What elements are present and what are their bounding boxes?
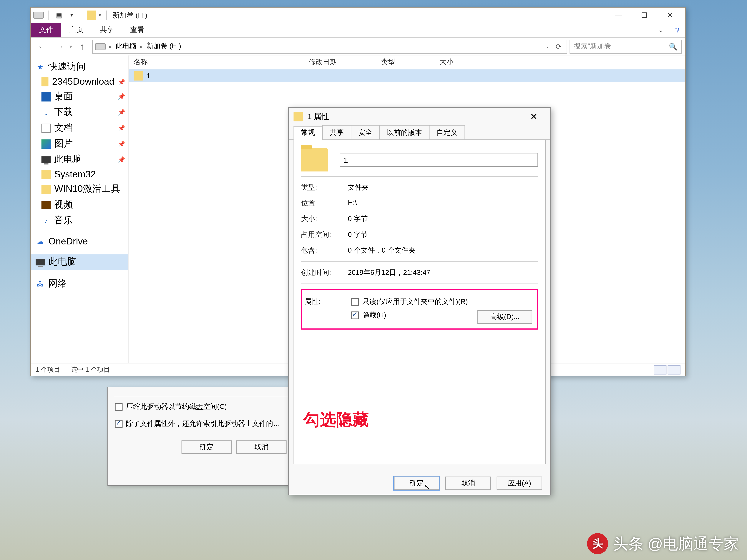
sidebar-network[interactable]: 🖧网络 bbox=[31, 276, 128, 292]
col-date[interactable]: 修改日期 bbox=[304, 57, 377, 67]
tab-share[interactable]: 共享 bbox=[322, 125, 352, 139]
nav-forward-button[interactable]: → bbox=[52, 39, 67, 54]
pin-icon: 📌 bbox=[118, 93, 125, 100]
disk-value: 0 字节 bbox=[348, 230, 367, 240]
hidden-label: 隐藏(H) bbox=[362, 310, 386, 320]
sidebar-item[interactable]: 文档📌 bbox=[31, 120, 128, 136]
search-input[interactable]: 搜索"新加卷... 🔍 bbox=[569, 39, 681, 54]
col-type[interactable]: 类型 bbox=[377, 57, 435, 67]
readonly-label: 只读(仅应用于文件夹中的文件)(R) bbox=[362, 297, 468, 307]
size-value: 0 字节 bbox=[348, 214, 367, 224]
dialog-title-bar[interactable]: 1 属性 ✕ bbox=[289, 108, 550, 126]
qat-props-icon[interactable]: ▤ bbox=[54, 10, 64, 21]
folder-icon bbox=[42, 185, 51, 194]
col-name[interactable]: 名称 bbox=[129, 57, 304, 67]
star-icon: ★ bbox=[35, 62, 45, 71]
close-button[interactable]: ✕ bbox=[657, 7, 683, 23]
drive-icon bbox=[95, 43, 106, 50]
refresh-icon[interactable]: ⟳ bbox=[553, 41, 564, 52]
sidebar-item[interactable]: WIN10激活工具 bbox=[31, 182, 128, 197]
tab-file[interactable]: 文件 bbox=[31, 23, 61, 37]
document-icon bbox=[42, 123, 51, 133]
file-row[interactable]: 1 bbox=[129, 70, 685, 82]
nav-up-button[interactable]: ↑ bbox=[75, 39, 90, 54]
index-label: 除了文件属性外，还允许索引此驱动器上文件的… bbox=[126, 419, 280, 429]
search-placeholder: 搜索"新加卷... bbox=[574, 42, 617, 52]
ribbon-expand-icon[interactable]: ⌄ bbox=[652, 23, 669, 37]
sidebar-onedrive[interactable]: ☁OneDrive bbox=[31, 235, 128, 248]
download-icon: ↓ bbox=[42, 108, 51, 117]
minimize-button[interactable]: — bbox=[606, 7, 632, 23]
tab-home[interactable]: 主页 bbox=[61, 23, 92, 37]
status-count: 1 个项目 bbox=[35, 365, 60, 374]
sidebar-this-pc[interactable]: 此电脑 bbox=[31, 254, 128, 270]
view-icons-button[interactable] bbox=[668, 365, 680, 374]
tab-previous-versions[interactable]: 以前的版本 bbox=[380, 125, 430, 139]
hidden-checkbox[interactable] bbox=[351, 312, 359, 319]
breadcrumb[interactable]: 此电脑 bbox=[115, 42, 136, 52]
sidebar-item[interactable]: 2345Download📌 bbox=[31, 75, 128, 89]
cursor-icon: ↖ bbox=[424, 482, 431, 491]
tab-custom[interactable]: 自定义 bbox=[429, 125, 465, 139]
sidebar-quick-access[interactable]: ★快速访问 bbox=[31, 59, 128, 75]
tab-general[interactable]: 常规 bbox=[293, 126, 323, 140]
location-value: H:\ bbox=[348, 198, 357, 208]
sidebar-item[interactable]: 图片📌 bbox=[31, 136, 128, 152]
music-icon: ♪ bbox=[42, 216, 51, 225]
watermark-text: 头条 @电脑通专家 bbox=[613, 534, 739, 554]
created-value: 2019年6月12日，21:43:47 bbox=[348, 268, 430, 278]
pin-icon: 📌 bbox=[118, 140, 125, 147]
ok-button[interactable]: 确定 ↖ bbox=[394, 477, 439, 490]
tab-security[interactable]: 安全 bbox=[351, 125, 380, 139]
watermark: 头 头条 @电脑通专家 bbox=[587, 533, 739, 554]
apply-button[interactable]: 应用(A) bbox=[497, 477, 542, 490]
breadcrumb[interactable]: 新加卷 (H:) bbox=[147, 42, 181, 52]
address-dropdown-icon[interactable]: ⌄ bbox=[541, 41, 553, 52]
readonly-checkbox[interactable] bbox=[351, 298, 359, 306]
tab-view[interactable]: 查看 bbox=[122, 23, 152, 37]
sidebar-item[interactable]: System32 bbox=[31, 167, 128, 182]
properties-dialog: 1 属性 ✕ 常规 共享 安全 以前的版本 自定义 类型:文件夹 位置:H:\ … bbox=[288, 107, 551, 496]
desktop-icon bbox=[42, 92, 51, 101]
sidebar-item[interactable]: 桌面📌 bbox=[31, 89, 128, 104]
col-size[interactable]: 大小 bbox=[435, 57, 493, 67]
help-icon[interactable]: ? bbox=[669, 23, 685, 37]
title-bar[interactable]: ▤ ▾ ▾ 新加卷 (H:) — ☐ ✕ bbox=[31, 7, 685, 23]
ok-button[interactable]: 确定 bbox=[182, 441, 232, 454]
annotation-text: 勾选隐藏 bbox=[304, 409, 369, 431]
created-label: 创建时间: bbox=[301, 268, 348, 278]
folder-icon bbox=[42, 170, 51, 179]
tab-share[interactable]: 共享 bbox=[92, 23, 122, 37]
address-bar[interactable]: ▸ 此电脑 ▸ 新加卷 (H:) ⌄ ⟳ bbox=[92, 39, 567, 54]
maximize-button[interactable]: ☐ bbox=[632, 7, 657, 23]
dialog-title: 1 属性 bbox=[308, 111, 329, 122]
sidebar-item[interactable]: ↓下载📌 bbox=[31, 104, 128, 120]
toutiao-logo-icon: 头 bbox=[587, 533, 608, 554]
qat-down-icon[interactable]: ▾ bbox=[67, 10, 77, 21]
nav-sidebar: ★快速访问 2345Download📌 桌面📌 ↓下载📌 文档📌 图片📌 此电脑… bbox=[31, 55, 129, 363]
pin-icon: 📌 bbox=[118, 156, 125, 163]
type-label: 类型: bbox=[301, 183, 348, 193]
advanced-button[interactable]: 高级(D)... bbox=[478, 310, 532, 324]
picture-icon bbox=[42, 139, 51, 148]
compress-label: 压缩此驱动器以节约磁盘空间(C) bbox=[126, 402, 227, 412]
cancel-button[interactable]: 取消 bbox=[445, 477, 491, 490]
location-label: 位置: bbox=[301, 198, 348, 208]
compress-checkbox[interactable] bbox=[115, 403, 123, 411]
view-details-button[interactable] bbox=[654, 365, 666, 374]
column-headers[interactable]: 名称 修改日期 类型 大小 bbox=[129, 55, 685, 70]
drive-properties-dialog: 压缩此驱动器以节约磁盘空间(C) 除了文件属性外，还允许索引此驱动器上文件的… … bbox=[107, 387, 294, 486]
attributes-label: 属性: bbox=[305, 297, 351, 307]
nav-history-icon[interactable]: ▾ bbox=[70, 44, 73, 49]
qat-overflow-icon[interactable]: ▾ bbox=[99, 12, 102, 18]
sidebar-item[interactable]: 视频 bbox=[31, 197, 128, 213]
folder-icon bbox=[134, 71, 143, 80]
sidebar-item[interactable]: 此电脑📌 bbox=[31, 152, 128, 167]
nav-back-button[interactable]: ← bbox=[34, 39, 50, 54]
name-input[interactable] bbox=[340, 153, 538, 167]
close-button[interactable]: ✕ bbox=[522, 108, 546, 125]
cancel-button[interactable]: 取消 bbox=[236, 441, 287, 454]
sidebar-item[interactable]: ♪音乐 bbox=[31, 213, 128, 229]
index-checkbox[interactable] bbox=[115, 420, 123, 428]
window-title: 新加卷 (H:) bbox=[113, 10, 147, 20]
